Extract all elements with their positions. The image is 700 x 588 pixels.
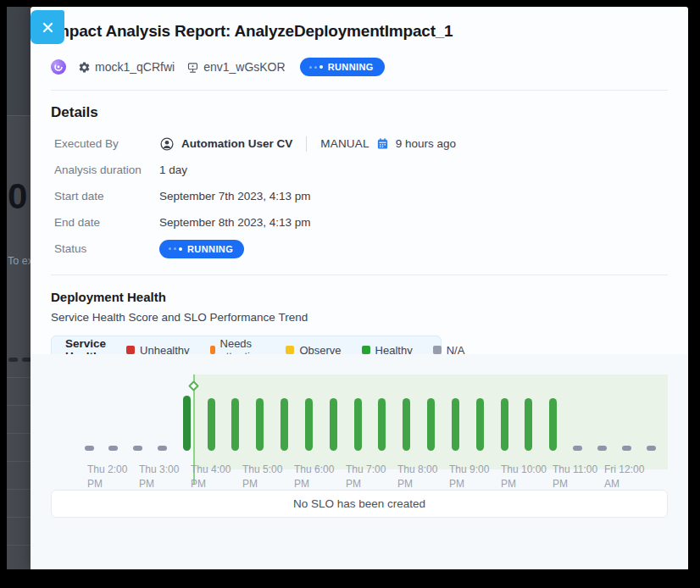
- health-bar-pre: [183, 396, 191, 451]
- x-axis-label: Thu 9:00PM: [449, 463, 503, 491]
- health-bar-na: [133, 446, 142, 451]
- health-bar-na: [158, 446, 167, 451]
- impact-analysis-report-modal: Impact Analysis Report: AnalyzeDeploymen…: [31, 7, 688, 569]
- health-score-plot: Thu 2:00PMThu 3:00PMThu 4:00PMThu 5:00PM…: [51, 368, 668, 491]
- health-bar-healthy: [403, 398, 410, 451]
- end-date-value: September 8th 2023, 4:13 pm: [159, 216, 311, 229]
- vertical-separator: [306, 136, 307, 152]
- end-date-row: End date September 8th 2023, 4:13 pm: [51, 209, 668, 236]
- x-axis-label: Fri 12:00AM: [604, 463, 658, 491]
- legend-swatch-icon: [126, 346, 135, 354]
- health-bar-healthy: [208, 398, 215, 451]
- executed-time: 9 hours ago: [396, 137, 456, 150]
- health-bar-healthy: [427, 398, 435, 451]
- health-bar-na: [647, 446, 656, 451]
- running-dots-icon: [309, 65, 323, 69]
- row-label: Start date: [54, 190, 159, 202]
- status-row: Status RUNNING: [51, 236, 668, 262]
- background-header-band: [7, 7, 31, 115]
- deployment-health-chart-panel: Thu 2:00PMThu 3:00PMThu 4:00PMThu 5:00PM…: [31, 354, 688, 569]
- calendar-icon: [376, 137, 389, 150]
- legend-swatch-icon: [433, 346, 442, 354]
- x-axis-label: Thu 2:00PM: [87, 463, 142, 491]
- page-title: Impact Analysis Report: AnalyzeDeploymen…: [51, 7, 668, 42]
- background-row-line: [7, 377, 31, 378]
- legend-swatch-icon: [286, 346, 294, 354]
- deployment-health-heading: Deployment Health: [51, 290, 668, 304]
- executed-by-user: Automation User CV: [181, 137, 292, 150]
- health-bar-healthy: [525, 398, 532, 451]
- background-row-line: [7, 489, 31, 490]
- screenshot-stage: 0 To exp Impact Analysis Report: Analyze…: [0, 0, 700, 588]
- executed-by-row: Executed By Automation User CV MANUAL: [51, 130, 668, 157]
- header-divider: [51, 90, 668, 91]
- slo-empty-state: No SLO has been created: [51, 490, 668, 518]
- x-axis-label: Thu 10:00PM: [501, 463, 555, 491]
- x-axis-label: Thu 11:00PM: [553, 463, 607, 491]
- user-icon: [159, 136, 175, 152]
- background-row-line: [7, 405, 31, 406]
- background-text-fragment: To exp: [8, 255, 31, 267]
- start-date-value: September 7th 2023, 4:13 pm: [159, 190, 311, 202]
- trigger-type: MANUAL: [320, 137, 369, 150]
- duration-value: 1 day: [159, 164, 187, 176]
- background-divider: [7, 115, 31, 116]
- x-axis-label: Thu 7:00PM: [346, 463, 400, 491]
- row-label: Status: [54, 242, 159, 255]
- background-row-line: [7, 545, 31, 546]
- background-metric-number: 0: [8, 176, 26, 217]
- health-bar-healthy: [378, 398, 386, 451]
- background-row-line: [7, 517, 31, 518]
- service-avatar-icon: [51, 59, 66, 75]
- x-axis-label: Thu 3:00PM: [139, 463, 193, 491]
- health-bar-healthy: [354, 398, 362, 451]
- x-axis-label: Thu 8:00PM: [397, 463, 452, 491]
- x-axis-label: Thu 4:00PM: [191, 463, 245, 491]
- health-bar-healthy: [305, 398, 313, 451]
- gear-icon: [78, 61, 91, 74]
- start-date-row: Start date September 7th 2023, 4:13 pm: [51, 183, 668, 209]
- service-chip: mock1_qCRfwi: [78, 60, 175, 74]
- health-bar-healthy: [281, 398, 288, 451]
- background-row-line: [7, 461, 31, 462]
- report-meta-row: mock1_qCRfwi env1_wGsKOR RUNNING: [51, 57, 668, 77]
- health-bar-na: [597, 446, 607, 451]
- legend-swatch-icon: [210, 346, 215, 354]
- section-divider: [51, 275, 668, 275]
- x-axis-label: Thu 6:00PM: [294, 463, 348, 491]
- background-bar-fragment: [22, 358, 31, 362]
- health-bar-healthy: [231, 398, 239, 451]
- chart-subtitle: Service Health Score and SLO Performance…: [51, 311, 668, 324]
- details-table: Executed By Automation User CV MANUAL: [51, 130, 668, 262]
- health-bar-healthy: [452, 398, 459, 451]
- health-bar-healthy: [501, 398, 508, 451]
- x-axis-label: Thu 5:00PM: [242, 463, 297, 491]
- row-label: End date: [54, 216, 159, 229]
- health-bar-na: [622, 446, 631, 451]
- status-badge: RUNNING: [159, 240, 244, 258]
- row-label: Executed By: [54, 137, 159, 150]
- environment-chip: env1_wGsKOR: [186, 60, 285, 74]
- legend-swatch-icon: [362, 346, 370, 354]
- environment-icon: [186, 61, 199, 74]
- service-name: mock1_qCRfwi: [95, 60, 175, 74]
- details-heading: Details: [51, 104, 668, 121]
- health-bar-na: [108, 446, 118, 451]
- health-bar-na: [573, 446, 582, 451]
- close-icon: [42, 21, 54, 34]
- health-bar-na: [85, 446, 94, 451]
- environment-name: env1_wGsKOR: [203, 60, 285, 74]
- health-bar-healthy: [330, 398, 337, 451]
- row-label: Analysis duration: [54, 164, 159, 176]
- status-badge: RUNNING: [300, 58, 385, 76]
- duration-row: Analysis duration 1 day: [51, 157, 668, 183]
- dimmed-page-backdrop[interactable]: 0 To exp: [7, 7, 31, 569]
- running-dots-icon: [169, 247, 182, 251]
- health-bar-healthy: [256, 398, 264, 451]
- background-row-line: [7, 433, 31, 434]
- background-bar-fragment: [8, 358, 18, 362]
- health-bar-healthy: [476, 398, 484, 451]
- health-bar-healthy: [549, 398, 557, 451]
- close-button[interactable]: [31, 10, 64, 44]
